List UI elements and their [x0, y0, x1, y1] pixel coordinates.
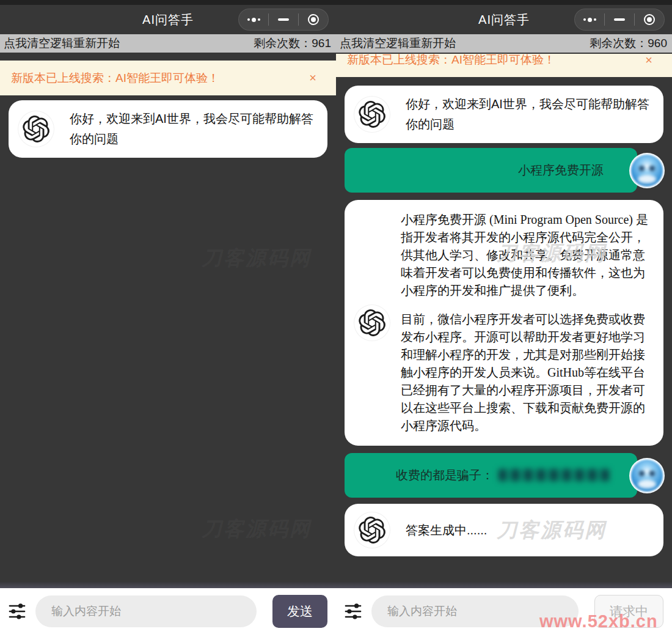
assistant-bubble: 小程序免费开源 (Mini Program Open Source) 是指开发者… [345, 200, 663, 446]
notice-banner: 新版本已上线搜索：AI智能王即可体验！ × [0, 61, 336, 95]
openai-avatar [354, 97, 390, 132]
assistant-bubble: 你好，欢迎来到AI世界，我会尽可能帮助解答你的问题 [9, 100, 327, 158]
close-button[interactable] [635, 9, 664, 30]
user-bubble: 收费的都是骗子： [345, 453, 637, 498]
redacted-blurred-text [499, 469, 610, 481]
assistant-message-text: 你好，欢迎来到AI世界，我会尽可能帮助解答你的问题 [390, 94, 651, 135]
assistant-message-row: 你好，欢迎来到AI世界，我会尽可能帮助解答你的问题 [345, 86, 663, 143]
message-input[interactable] [35, 595, 257, 627]
session-toolbar: 点我清空逻辑重新开始 剩余次数：961 [0, 34, 336, 53]
send-button-requesting[interactable]: 请求中 [594, 595, 663, 628]
mini-program-panel-right: AI问答手 点我清空逻辑重新开始 剩余次数：960 新版本已上线搜索：AI智能王… [336, 0, 672, 634]
assistant-message-row: 答案生成中...... [345, 504, 663, 556]
composer-top-shadow [336, 582, 672, 588]
assistant-bubble: 答案生成中...... [345, 504, 663, 556]
user-message-text: 收费的都是骗子： [396, 468, 494, 482]
chat-scroll-area[interactable]: 新版本已上线搜索：AI智能王即可体验！ × 你好，欢迎来到AI世界，我会尽可能帮… [336, 53, 672, 582]
page-title: AI问答手 [142, 12, 194, 28]
generating-status-text: 答案生成中...... [390, 520, 651, 540]
notice-text: 新版本已上线搜索：AI智能王即可体验！ [11, 70, 303, 86]
notice-banner-clipped: 新版本已上线搜索：AI智能王即可体验！ × [336, 54, 672, 77]
message-input[interactable] [371, 595, 579, 627]
close-button[interactable] [299, 9, 328, 30]
openai-avatar [18, 111, 54, 147]
mini-program-panel-left: AI问答手 点我清空逻辑重新开始 剩余次数：961 新版本已上线搜索：AI智能王… [0, 0, 336, 634]
settings-sliders-icon[interactable] [343, 602, 363, 621]
wechat-capsule [574, 9, 665, 31]
more-menu-button[interactable] [575, 9, 604, 30]
remaining-count: 剩余次数：960 [590, 35, 667, 51]
more-menu-button[interactable] [239, 9, 268, 30]
screen-top-edge [0, 0, 336, 5]
minus-icon [614, 18, 625, 21]
more-dots-icon [583, 18, 586, 21]
record-circle-icon [308, 14, 319, 25]
record-circle-icon [644, 14, 655, 25]
composer-top-shadow [0, 582, 336, 588]
session-toolbar: 点我清空逻辑重新开始 剩余次数：960 [336, 34, 672, 53]
page-title: AI问答手 [478, 12, 530, 28]
more-dots-icon [247, 18, 250, 21]
user-bubble: 小程序免费开源 [345, 148, 637, 193]
close-icon[interactable]: × [303, 71, 325, 85]
app-header: AI问答手 [0, 5, 336, 34]
screen-top-edge [336, 0, 672, 5]
notice-text: 新版本已上线搜索：AI智能王即可体验！ [347, 54, 639, 68]
clear-session-button[interactable]: 点我清空逻辑重新开始 [340, 35, 456, 51]
minimize-button[interactable] [269, 9, 298, 30]
dual-screenshot-comparison: AI问答手 点我清空逻辑重新开始 剩余次数：961 新版本已上线搜索：AI智能王… [0, 0, 672, 634]
chat-scroll-area[interactable]: 新版本已上线搜索：AI智能王即可体验！ × 你好，欢迎来到AI世界，我会尽可能帮… [0, 53, 336, 582]
user-avatar [629, 458, 665, 493]
remaining-count: 剩余次数：961 [254, 35, 331, 51]
clear-session-button[interactable]: 点我清空逻辑重新开始 [4, 35, 120, 51]
assistant-message-row: 你好，欢迎来到AI世界，我会尽可能帮助解答你的问题 [9, 100, 327, 158]
settings-sliders-icon[interactable] [7, 602, 27, 621]
send-button[interactable]: 发送 [272, 595, 327, 628]
wechat-capsule [238, 9, 329, 31]
composer-bar: 请求中 [336, 588, 672, 634]
assistant-message-text: 你好，欢迎来到AI世界，我会尽可能帮助解答你的问题 [54, 109, 315, 149]
minus-icon [278, 18, 289, 21]
openai-avatar [354, 512, 390, 548]
user-avatar [629, 153, 665, 188]
notice-banner: 新版本已上线搜索：AI智能王即可体验！ × [336, 54, 672, 77]
answer-paragraph: 小程序免费开源 (Mini Program Open Source) 是指开发者… [401, 211, 650, 300]
app-header: AI问答手 [336, 5, 672, 34]
assistant-message-row: 小程序免费开源 (Mini Program Open Source) 是指开发者… [345, 200, 663, 446]
answer-paragraph: 目前，微信小程序开发者可以选择免费或收费发布小程序。开源可以帮助开发者更好地学习… [401, 311, 650, 435]
user-message-row: 小程序免费开源 [345, 148, 665, 193]
close-icon[interactable]: × [639, 54, 661, 67]
minimize-button[interactable] [605, 9, 634, 30]
user-message-row: 收费的都是骗子： [345, 453, 665, 498]
assistant-bubble: 你好，欢迎来到AI世界，我会尽可能帮助解答你的问题 [345, 86, 663, 143]
composer-bar: 发送 [0, 588, 336, 634]
assistant-message-text: 小程序免费开源 (Mini Program Open Source) 是指开发者… [390, 211, 650, 435]
openai-avatar [354, 305, 390, 341]
